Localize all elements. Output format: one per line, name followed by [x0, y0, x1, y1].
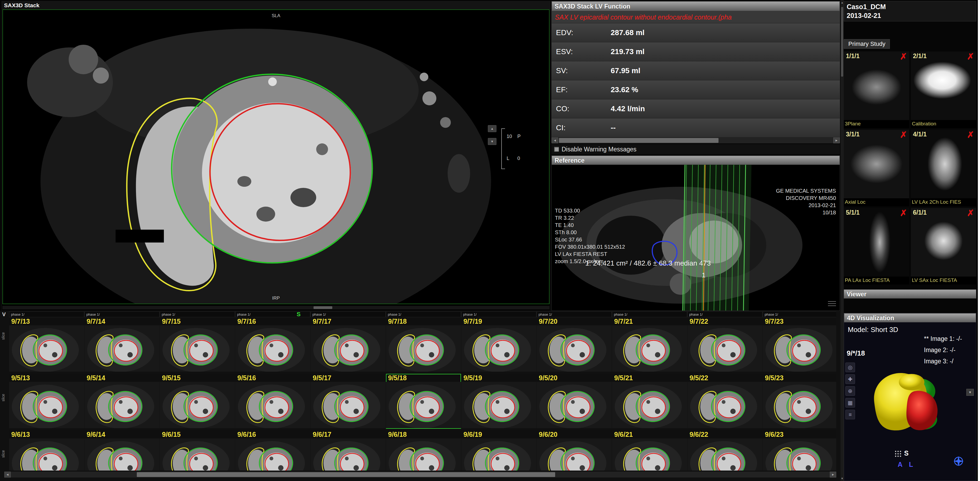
filmstrip-thumbnail[interactable]	[310, 438, 386, 471]
viz-dropdown-button[interactable]: ▼	[966, 389, 974, 396]
filmstrip-thumbnail[interactable]	[160, 325, 235, 371]
series-delete-button[interactable]: ✗	[967, 51, 974, 62]
filmstrip-thumbnail[interactable]	[9, 382, 84, 428]
filmstrip-cell[interactable]: phase 1/ 9/5/15	[160, 374, 235, 429]
filmstrip-thumbnail[interactable]	[461, 382, 536, 428]
options-tool-icon[interactable]: ≡	[845, 410, 855, 419]
filmstrip-cell[interactable]: phase 1/ 9/6/18	[386, 430, 461, 471]
filmstrip-cell[interactable]: phase 1/ 9/6/21	[612, 430, 687, 471]
filmstrip-thumbnail[interactable]	[235, 325, 310, 371]
model-selector[interactable]: Model: Short 3D	[848, 325, 898, 334]
series-delete-button[interactable]: ✗	[900, 51, 907, 62]
filmstrip-cell[interactable]: phase 1/ 9/7/16	[235, 311, 310, 372]
filmstrip-cell[interactable]: phase 1/ 9/5/13	[9, 374, 84, 429]
filmstrip-thumbnail[interactable]	[687, 382, 762, 428]
series-delete-button[interactable]: ✗	[967, 130, 974, 140]
filmstrip-cell[interactable]: phase 1/ 9/5/18	[386, 374, 461, 429]
filmstrip-cell[interactable]: phase 1/ 9/7/18	[386, 311, 461, 372]
scroll-left-button[interactable]: ◄	[4, 471, 11, 478]
series-image[interactable]	[911, 208, 976, 276]
filmstrip-thumbnail[interactable]	[612, 382, 687, 428]
filmstrip-cell[interactable]: phase 1/ 9/6/13	[9, 430, 84, 471]
filmstrip-cell[interactable]: phase 1/ 9/6/19	[461, 430, 536, 471]
filmstrip-cell[interactable]: phase 1/ 9/7/14	[84, 311, 159, 372]
reference-image[interactable]: GE MEDICAL SYSTEMS DISCOVERY MR450 2013-…	[552, 165, 840, 311]
series-thumbnail[interactable]: 3/1/1 ✗ Axial Loc	[844, 130, 909, 206]
filmstrip-cell[interactable]: phase 1/ 9/6/16	[235, 430, 310, 471]
grid-tool-icon[interactable]: ▦	[845, 398, 855, 408]
series-image[interactable]	[844, 51, 909, 120]
viewport-vertical-scrollbar[interactable]: ▲ ▼	[840, 0, 844, 481]
scrollbar-track[interactable]	[558, 138, 833, 143]
filmstrip-cell[interactable]: phase 1/ 9/6/15	[160, 430, 235, 471]
filmstrip-cell[interactable]: phase 1/ 9/7/19	[461, 311, 536, 372]
lv-horizontal-scrollbar[interactable]: ◄ ►	[552, 138, 840, 143]
filmstrip-thumbnail[interactable]	[461, 325, 536, 371]
filmstrip-cell[interactable]: phase 1/ 9/5/17	[310, 374, 386, 429]
filmstrip-thumbnail[interactable]	[461, 438, 536, 471]
scrollbar-track[interactable]	[11, 471, 830, 478]
scrollbar-handle[interactable]	[841, 7, 843, 77]
filmstrip-cell[interactable]: phase 1/ 9/5/14	[84, 374, 159, 429]
filmstrip-thumbnail[interactable]	[84, 382, 159, 428]
series-delete-button[interactable]: ✗	[900, 208, 907, 218]
filmstrip-thumbnail[interactable]	[160, 438, 235, 471]
series-thumbnail[interactable]: 6/1/1 ✗ LV SAx Loc FIESTA	[911, 208, 976, 284]
series-image[interactable]	[911, 130, 976, 198]
filmstrip-thumbnail[interactable]	[386, 325, 461, 371]
filmstrip-thumbnail[interactable]	[9, 438, 84, 471]
filmstrip-cell[interactable]: phase 1/ 9/5/22	[687, 374, 762, 429]
filmstrip-cell[interactable]: phase 1/ 9/7/23	[763, 311, 836, 372]
series-image[interactable]	[844, 130, 909, 198]
filmstrip-cell[interactable]: phase 1/ 9/7/17	[310, 311, 386, 372]
filmstrip-thumbnail[interactable]	[763, 325, 836, 371]
scrollbar-handle[interactable]	[137, 472, 555, 477]
filmstrip-corner-button[interactable]: V	[2, 311, 6, 317]
compass-icon[interactable]	[953, 456, 964, 467]
filmstrip-thumbnail[interactable]	[612, 325, 687, 371]
filmstrip-cell[interactable]: phase 1/ 9/7/20	[537, 311, 612, 372]
sax3d-horizontal-scrollbar[interactable]	[2, 306, 550, 310]
scrollbar-handle[interactable]	[313, 306, 332, 309]
filmstrip-cell[interactable]: phase 1/ 9/6/22	[687, 430, 762, 471]
scroll-down-button[interactable]: ▼	[840, 477, 844, 480]
filmstrip-cell[interactable]: phase 1/ 9/7/22	[687, 311, 762, 372]
series-thumbnail[interactable]: 2/1/1 ✗ Calibration	[911, 51, 976, 128]
filmstrip-thumbnail[interactable]	[687, 438, 762, 471]
filmstrip-cell[interactable]: phase 1/ 9/7/21	[612, 311, 687, 372]
orbit-tool-icon[interactable]: ◎	[845, 363, 855, 372]
series-thumbnail[interactable]: 4/1/1 ✗ LV LAx 2Ch Loc FIES	[911, 130, 976, 206]
filmstrip-cell[interactable]: phase 1/ 9/6/14	[84, 430, 159, 471]
series-image[interactable]	[844, 208, 909, 276]
filmstrip-cell[interactable]: phase 1/ 9/5/20	[537, 374, 612, 429]
filmstrip-thumbnail[interactable]	[763, 438, 836, 471]
scroll-up-button[interactable]: ▲	[840, 1, 844, 4]
filmstrip-thumbnail[interactable]	[386, 382, 461, 428]
filmstrip-thumbnail[interactable]	[84, 325, 159, 371]
disable-warnings-checkbox[interactable]	[554, 147, 559, 152]
target-tool-icon[interactable]: ⊕	[845, 386, 855, 396]
3d-model-render[interactable]	[857, 359, 948, 451]
scroll-left-button[interactable]: ◄	[552, 138, 558, 143]
filmstrip-cell[interactable]: phase 1/ 9/5/21	[612, 374, 687, 429]
filmstrip-cell[interactable]: phase 1/ 9/6/23	[763, 430, 836, 471]
series-delete-button[interactable]: ✗	[900, 130, 907, 140]
sax3d-main-image[interactable]: SLA IRP ▲ ▼ 10 P L 0	[2, 10, 550, 304]
series-thumbnail[interactable]: 1/1/1 ✗ 3Plane	[844, 51, 909, 128]
scrollbar-handle[interactable]	[559, 138, 719, 143]
pan-tool-icon[interactable]: ✚	[845, 375, 855, 384]
4d-visualization-viewport[interactable]: Model: Short 3D 9/*/18 ** Image 1: -/- I…	[844, 322, 976, 481]
filmstrip-cell[interactable]: phase 1/ 9/7/15	[160, 311, 235, 372]
filmstrip-cell[interactable]: phase 1/ 9/5/19	[461, 374, 536, 429]
filmstrip-thumbnail[interactable]	[9, 325, 84, 371]
filmstrip-thumbnail[interactable]	[687, 325, 762, 371]
filmstrip-thumbnail[interactable]	[537, 382, 612, 428]
slice-down-button[interactable]: ▼	[488, 138, 496, 145]
series-thumbnail[interactable]: 5/1/1 ✗ PA LAx Loc FIESTA	[844, 208, 909, 284]
filmstrip-thumbnail[interactable]	[84, 438, 159, 471]
filmstrip-thumbnail[interactable]	[235, 438, 310, 471]
filmstrip-cell[interactable]: phase 1/ 9/5/16	[235, 374, 310, 429]
filmstrip-thumbnail[interactable]	[763, 382, 836, 428]
filmstrip-cell[interactable]: phase 1/ 9/5/23	[763, 374, 836, 429]
filmstrip-thumbnail[interactable]	[160, 382, 235, 428]
